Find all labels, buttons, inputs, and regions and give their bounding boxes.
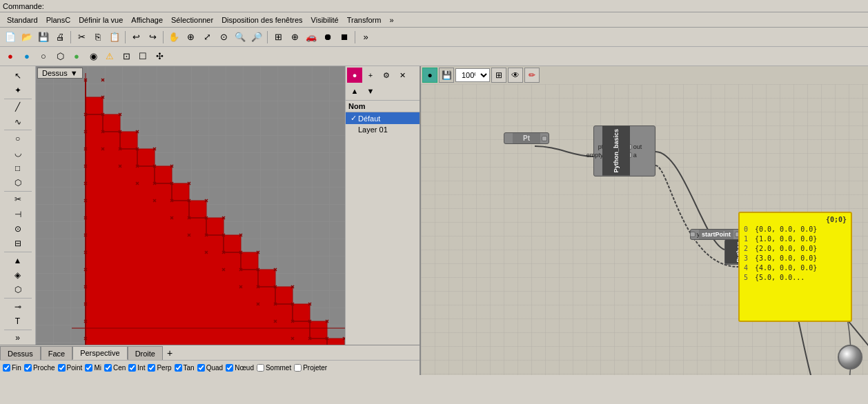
zoom-in-btn[interactable]: 🔍	[233, 30, 248, 45]
save-btn[interactable]: 💾	[36, 30, 51, 45]
more-tools[interactable]: »	[10, 332, 26, 345]
layer-settings-btn[interactable]: ⚙	[379, 68, 394, 83]
more-btn[interactable]: »	[358, 30, 373, 45]
undo-btn[interactable]: ↩	[128, 30, 144, 45]
snap-noeud-cb[interactable]	[226, 364, 233, 372]
offset-tool[interactable]: ⊙	[10, 222, 26, 235]
snap-mi[interactable]: Mi	[85, 364, 101, 372]
tab-droite[interactable]: Droite	[128, 346, 163, 360]
gh-eye-btn[interactable]: 👁	[508, 68, 523, 83]
open-btn[interactable]: 📂	[19, 30, 34, 45]
tab-add-btn[interactable]: +	[163, 346, 177, 360]
menu-affichage[interactable]: Affichage	[127, 14, 167, 26]
grid-btn[interactable]: ⊞	[270, 30, 286, 45]
view-label[interactable]: Dessus ▼	[37, 68, 83, 79]
extend-tool[interactable]: ⊣	[10, 208, 26, 221]
solid-btn[interactable]: ●	[69, 49, 84, 64]
menu-transform[interactable]: Transform	[343, 14, 386, 26]
gh-save-btn[interactable]: 💾	[439, 68, 454, 83]
text-tool[interactable]: T	[10, 314, 26, 327]
redo-btn[interactable]: ↪	[145, 30, 160, 45]
warn-btn[interactable]: ⚠	[102, 49, 117, 64]
gh-grid-btn[interactable]: ⊞	[491, 68, 506, 83]
layer-up-btn[interactable]: ▲	[347, 83, 362, 99]
snap-perp-cb[interactable]	[148, 364, 155, 372]
snap-fin[interactable]: Fin	[3, 364, 21, 372]
pan-btn[interactable]: ✋	[166, 30, 181, 45]
curve-tool[interactable]: ∿	[10, 115, 26, 128]
snap-quad-cb[interactable]	[197, 364, 205, 372]
menu-definir-vue[interactable]: Définir la vue	[75, 14, 127, 26]
snap-projeter[interactable]: Projeter	[294, 364, 327, 372]
snap-tan-cb[interactable]	[175, 364, 182, 372]
snap-cen-cb[interactable]	[104, 364, 112, 372]
wireframe-btn[interactable]: ○	[36, 49, 51, 64]
snap-int[interactable]: Int	[128, 364, 145, 372]
circle-tool[interactable]: ○	[10, 132, 26, 145]
snap-int-cb[interactable]	[128, 364, 136, 372]
gh-draw-btn[interactable]: ✏	[524, 68, 540, 83]
gh-port-sp-y-in[interactable]	[690, 232, 696, 237]
zoom-out-btn[interactable]: 🔎	[249, 30, 264, 45]
gh-green-btn[interactable]: ●	[422, 68, 437, 83]
snap-perp[interactable]: Perp	[148, 364, 171, 372]
gh-port-pt-out[interactable]	[542, 136, 547, 141]
zoom-extents-btn[interactable]: ⤢	[199, 30, 215, 45]
snap-proche[interactable]: Proche	[24, 364, 55, 372]
new-btn[interactable]: 📄	[3, 30, 18, 45]
menu-selectionner[interactable]: Sélectionner	[167, 14, 217, 26]
tab-dessus[interactable]: Dessus	[0, 346, 41, 360]
layer-x-btn[interactable]: ✕	[395, 68, 410, 83]
snap-point-cb[interactable]	[58, 364, 66, 372]
blue-sphere-btn[interactable]: ●	[19, 49, 34, 64]
poly-tool[interactable]: ⬡	[10, 176, 26, 189]
trim-tool[interactable]: ✂	[10, 193, 26, 206]
snap-projeter-cb[interactable]	[294, 364, 302, 372]
snap-proche-cb[interactable]	[24, 364, 32, 372]
snap-quad[interactable]: Quad	[197, 364, 223, 372]
solid-tool[interactable]: ▲	[10, 254, 26, 267]
stop-btn[interactable]: ⏹	[337, 30, 352, 45]
print-btn[interactable]: 🖨	[52, 30, 68, 45]
tab-perspective[interactable]: Perspective	[72, 346, 127, 360]
record-btn[interactable]: ⏺	[320, 30, 335, 45]
snap-sommet-cb[interactable]	[257, 364, 264, 372]
rect-tool[interactable]: □	[10, 161, 26, 174]
snap-fin-cb[interactable]	[3, 364, 10, 372]
car-btn[interactable]: 🚗	[304, 30, 319, 45]
menu-standard[interactable]: Standard	[3, 14, 42, 26]
mesh-tool[interactable]: ⬡	[10, 283, 26, 296]
red-circle-btn[interactable]: ●	[3, 49, 18, 64]
line-tool[interactable]: ╱	[10, 101, 26, 114]
menu-disposition[interactable]: Disposition des fenêtres	[217, 14, 306, 26]
snap-mi-cb[interactable]	[85, 364, 92, 372]
surface-tool[interactable]: ◈	[10, 268, 26, 281]
select-tool[interactable]: ↖	[10, 69, 26, 82]
menu-visibilite[interactable]: Visibilité	[307, 14, 343, 26]
solid2-btn[interactable]: ◉	[86, 49, 101, 64]
snap-sommet[interactable]: Sommet	[257, 364, 291, 372]
gh-node-pt[interactable]: Pt	[504, 132, 549, 144]
layer-item-default[interactable]: ✓ Défaut	[346, 112, 420, 124]
snap-tan[interactable]: Tan	[175, 364, 195, 372]
cut-btn[interactable]: ✂	[74, 30, 89, 45]
transform-btn[interactable]: ⊡	[119, 49, 134, 64]
paste-btn[interactable]: 📋	[107, 30, 122, 45]
tab-face[interactable]: Face	[41, 346, 72, 360]
snap-point[interactable]: Point	[58, 364, 83, 372]
snap-cen[interactable]: Cen	[104, 364, 126, 372]
menu-more[interactable]: »	[385, 14, 397, 26]
zoom-window-btn[interactable]: ⊕	[183, 30, 198, 45]
dim-tool[interactable]: ⊸	[10, 300, 26, 313]
snap-noeud[interactable]: Nœud	[226, 364, 254, 372]
layer-item-01[interactable]: Layer 01	[346, 124, 420, 135]
zoom-sel-btn[interactable]: ⊙	[216, 30, 231, 45]
copy-btn[interactable]: ⎘	[90, 30, 106, 45]
point-tool[interactable]: ✦	[10, 83, 26, 97]
layer-color-btn[interactable]: ●	[347, 68, 362, 83]
extract-btn[interactable]: ✣	[152, 49, 167, 64]
menu-plansc[interactable]: PlansC	[42, 14, 75, 26]
mesh-btn[interactable]: ⬡	[52, 49, 68, 64]
gh-node-python-basics[interactable]: pt empty Python_basics	[593, 125, 655, 176]
gh-yellow-panel[interactable]: {0;0} 0 {0.0, 0.0, 0.0} 1 {1.0, 0.0, 0.0…	[738, 212, 852, 322]
